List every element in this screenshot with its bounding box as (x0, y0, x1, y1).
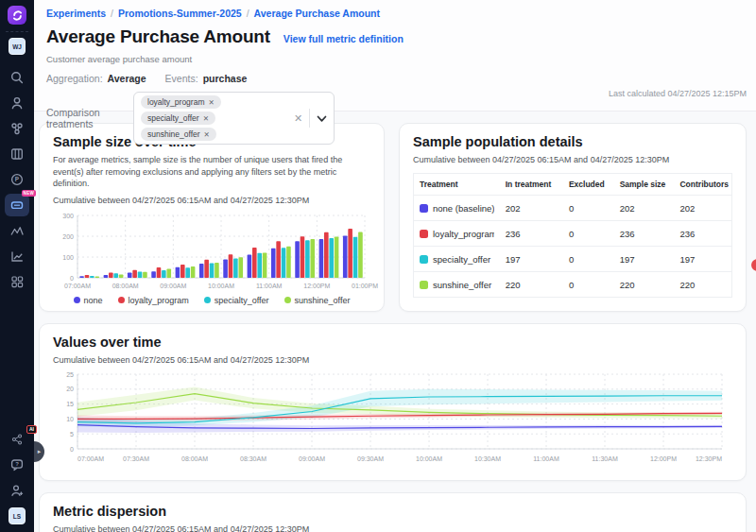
dispersion-title: Metric dispersion (53, 504, 732, 519)
aggregation-label: Aggregation: (46, 73, 103, 84)
page-header: Experiments/Promotions-Summer-2025/Avera… (34, 0, 756, 112)
sidebar-item-insights[interactable] (5, 245, 29, 267)
svg-text:01:00PM: 01:00PM (352, 283, 378, 289)
svg-text:20: 20 (66, 386, 74, 392)
multiselect-actions: ✕ (294, 109, 327, 128)
svg-text:25: 25 (66, 371, 74, 378)
population-table-wrap: TreatmentIn treatmentExcludedSample size… (413, 173, 732, 298)
chip-remove-icon[interactable]: ✕ (208, 98, 214, 107)
sidebar-divider (6, 31, 28, 32)
sample-size-range: Cumulative between 04/27/2025 06:15AM an… (53, 196, 370, 205)
treatment-chips: loyalty_program✕specialty_offer✕sunshine… (141, 95, 284, 141)
pulse-icon: P (9, 172, 25, 187)
legend-label: loyalty_program (129, 296, 189, 305)
user-avatar[interactable]: LS (9, 507, 26, 524)
svg-text:15: 15 (66, 401, 74, 407)
treatments-dropdown-chevron-icon[interactable] (317, 110, 327, 127)
treatment-label: loyalty_program (433, 229, 494, 239)
main-content: Experiments/Promotions-Summer-2025/Avera… (34, 0, 756, 532)
dispersion-range: Cumulative between 04/27/2025 06:15AM an… (53, 524, 732, 532)
svg-text:09:30AM: 09:30AM (357, 455, 384, 462)
columns-icon (9, 146, 25, 162)
sidebar-item-experiments[interactable]: NEW (5, 194, 29, 216)
sidebar-item-search[interactable] (5, 66, 29, 89)
table-cell: 0 (563, 272, 614, 298)
legend-item: loyalty_program (118, 296, 189, 305)
breadcrumb-separator: / (247, 8, 249, 19)
treatment-cell-content: loyalty_program (420, 229, 494, 239)
aggregation-value: Average (108, 73, 146, 84)
legend-label: none (84, 296, 103, 305)
treatments-multiselect[interactable]: loyalty_program✕specialty_offer✕sunshine… (133, 92, 335, 145)
svg-text:10:30AM: 10:30AM (474, 455, 501, 462)
treatment-label: none (baseline) (433, 203, 494, 214)
svg-text:?: ? (15, 461, 19, 467)
sidebar-item-ai[interactable]: AI (5, 428, 29, 451)
search-icon (9, 70, 25, 85)
sidebar-item-pulse[interactable]: P (5, 168, 29, 191)
svg-text:P: P (15, 176, 20, 182)
svg-text:09:00AM: 09:00AM (299, 455, 325, 462)
sidebar-item-boards[interactable] (5, 143, 29, 165)
treatment-swatch (420, 204, 428, 213)
legend-dot (204, 297, 211, 303)
cards-area: Sample size over time For average metric… (34, 112, 756, 532)
svg-text:09:00AM: 09:00AM (160, 283, 186, 289)
treatment-cell: none (baseline) (414, 196, 500, 221)
treatment-chip-label: specialty_offer (147, 113, 199, 123)
ai-assist-icon (10, 433, 24, 446)
treatment-chip[interactable]: loyalty_program✕ (141, 95, 221, 109)
svg-text:12:30PM: 12:30PM (696, 455, 722, 462)
treatment-chip[interactable]: sunshine_offer✕ (141, 128, 216, 141)
chart-legend: noneloyalty_programspecialty_offersunshi… (53, 296, 370, 305)
treatment-swatch (420, 230, 428, 238)
population-range: Cumulative between 04/27/2025 06:15AM an… (413, 155, 732, 164)
treatment-chip-label: loyalty_program (147, 97, 204, 107)
sidebar-item-profile[interactable] (5, 92, 29, 114)
app-logo-icon[interactable] (8, 6, 26, 25)
table-head: TreatmentIn treatmentExcludedSample size… (414, 174, 731, 196)
table-cell: 202 (500, 196, 563, 221)
sidebar-item-help[interactable]: ? (5, 454, 29, 476)
multiselect-separator (309, 109, 310, 128)
sidebar-item-invite[interactable] (5, 479, 29, 502)
clear-treatments-icon[interactable]: ✕ (294, 112, 302, 125)
line-chart: 051015202507:00AM07:30AM08:00AM08:30AM09… (53, 369, 730, 466)
table-cell: 0 (563, 221, 614, 247)
view-metric-definition-link[interactable]: View full metric definition (284, 33, 404, 44)
workspace-avatar[interactable]: WJ (9, 38, 26, 55)
sidebar-item-flows[interactable] (5, 117, 29, 140)
sidebar-item-metrics[interactable] (5, 219, 29, 242)
table-cell: 202 (614, 196, 675, 221)
table-header-cell: Contributors (674, 174, 731, 196)
treatment-cell-content: specialty_offer (420, 254, 494, 265)
values-range: Cumulative between 04/27/2025 06:15AM an… (53, 355, 732, 365)
treatment-chip[interactable]: specialty_offer✕ (141, 112, 215, 125)
svg-text:07:00AM: 07:00AM (77, 455, 104, 462)
table-row: none (baseline)2020202202 (414, 196, 731, 221)
sidebar-item-apps[interactable] (5, 270, 29, 293)
breadcrumb-item[interactable]: Average Purchase Amount (254, 8, 380, 19)
treatment-chip-label: sunshine_offer (147, 129, 200, 139)
legend-label: sunshine_offer (295, 296, 351, 305)
table-cell: 236 (674, 221, 731, 247)
svg-text:11:00AM: 11:00AM (533, 455, 559, 462)
events-value: purchase (203, 73, 248, 84)
title-row: Average Purchase Amount View full metric… (46, 26, 748, 47)
person-icon (9, 95, 25, 111)
svg-text:12:00PM: 12:00PM (650, 455, 677, 462)
table-row: loyalty_program2360236236 (414, 221, 731, 247)
apps-grid-icon (9, 274, 25, 289)
nodes-icon (9, 121, 25, 136)
chip-remove-icon[interactable]: ✕ (203, 114, 209, 123)
breadcrumb-item[interactable]: Experiments (46, 8, 106, 19)
breadcrumb-item[interactable]: Promotions-Summer-2025 (118, 8, 242, 19)
aggregation-row: Aggregation: Average Events: purchase (46, 73, 748, 84)
svg-text:11:00AM: 11:00AM (256, 283, 283, 289)
svg-text:200: 200 (62, 232, 74, 239)
table-header-cell: Treatment (414, 174, 500, 196)
legend-item: sunshine_offer (284, 296, 351, 305)
breadcrumb: Experiments/Promotions-Summer-2025/Avera… (46, 8, 748, 19)
last-calculated: Last calculated 04/27/2025 12:15PM (609, 89, 747, 98)
chip-remove-icon[interactable]: ✕ (204, 130, 210, 139)
